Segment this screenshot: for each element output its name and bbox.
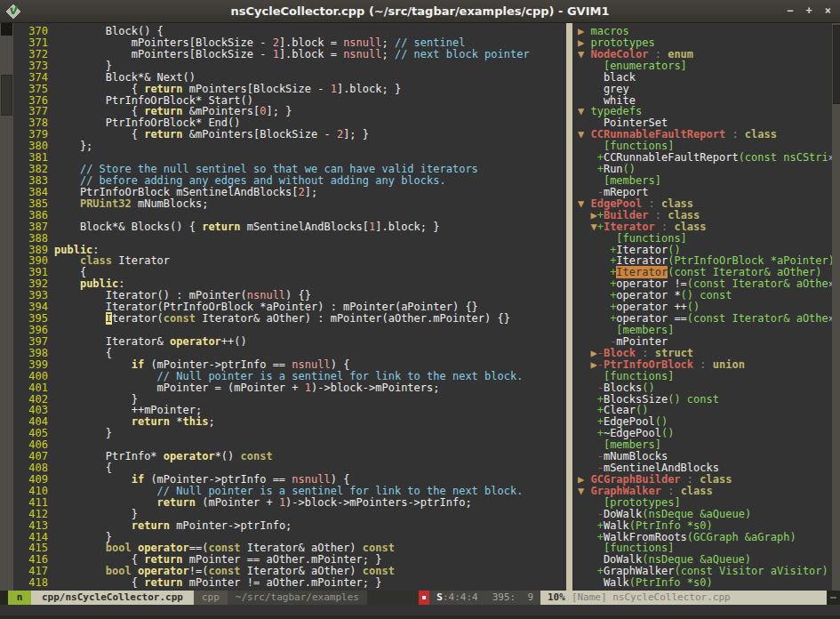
editor-area: 370 Block() {371 mPointers[BlockSize - 2… [0,23,840,591]
line-number: 400 [13,371,54,382]
cursor-position: 395: 9 [492,591,533,603]
code-line[interactable]: 385 PRUint32 mNumBlocks; [13,198,566,210]
line-number: 375 [13,84,54,95]
titlebar[interactable]: nsCycleCollector.cpp (~/src/tagbar/examp… [0,0,840,23]
gvim-window: nsCycleCollector.cpp (~/src/tagbar/examp… [0,0,840,619]
left-scrollbar[interactable] [0,23,13,591]
window-title: nsCycleCollector.cpp (~/src/tagbar/examp… [0,4,840,18]
statusline-filename: cpp/nsCycleCollector.cpp [31,591,194,605]
maximize-button[interactable]: + [806,0,812,22]
command-line[interactable] [0,605,840,615]
line-number: 409 [13,474,54,486]
window-bottom-frame [0,615,840,619]
statusline-spacer [367,591,419,605]
tagbar-panel[interactable]: ▶ macros▶ prototypes▼ NodeColor : enum [… [572,23,832,591]
scroll-percent: 10% [548,591,565,603]
tagbar-status: [Name] nsCycleCollector.cpp [572,591,731,603]
line-number: 398 [13,348,54,359]
modified-flag-icon [419,591,429,605]
code-line[interactable]: 405 } [13,428,566,439]
code-line[interactable]: 379 { return &mPointers[BlockSize - 2]; … [13,129,566,141]
line-number: 373 [13,60,54,72]
right-scrollbar-thumb[interactable] [833,25,840,104]
line-number: 410 [13,486,54,497]
line-number: 374 [13,72,54,84]
line-number: 384 [13,187,54,198]
tagbar-line[interactable]: Walk(PtrInfo *s0) [578,577,832,589]
line-number: 396 [13,325,54,336]
stats-value: :4:4:4 [443,591,478,603]
line-number: 370 [13,26,54,37]
code-lines: 370 Block() {371 mPointers[BlockSize - 2… [13,26,566,589]
line-number: 383 [13,175,54,187]
left-scrollbar-thumb[interactable] [1,75,12,116]
statusline-right-stepper [827,591,840,605]
left-scrollbar-top-cap [1,23,12,36]
line-number: 371 [13,37,54,49]
stats-label: S [436,591,443,603]
line-number: 412 [13,509,54,520]
code-line[interactable]: 380 }; [13,141,566,152]
statusline-directory: ~/src/tagbar/examples [228,591,367,605]
statusline-filetype: cpp [194,591,228,605]
line-number: 388 [13,233,54,245]
line-number: 408 [13,462,54,474]
line-number: 385 [13,198,54,210]
code-line[interactable]: 418 { return mPointer != aOther.mPointer… [13,577,566,589]
window-split-separator[interactable] [566,23,572,591]
statusline-left-stepper [0,591,8,605]
line-number: 372 [13,49,54,60]
code-editor[interactable]: 370 Block() {371 mPointers[BlockSize - 2… [13,23,566,591]
line-number: 411 [13,497,54,509]
tagbar-lines: ▶ macros▶ prototypes▼ NodeColor : enum [… [578,26,832,589]
statusline-stats: S:4:4:4395: 9 [429,591,540,605]
line-number: 386 [13,210,54,221]
mode-indicator: n [8,591,31,605]
right-scrollbar[interactable] [832,23,840,591]
statusline: n cpp/nsCycleCollector.cpp cpp ~/src/tag… [0,591,840,605]
line-number: 397 [13,336,54,348]
statusline-right: 10%[Name] nsCycleCollector.cpp [540,591,827,605]
line-number: 399 [13,359,54,371]
code-line[interactable]: 390 class Iterator [13,255,566,267]
close-button[interactable]: × [825,0,831,22]
line-number: 401 [13,382,54,394]
code-line[interactable]: 395 Iterator(const Iterator& aOther) : m… [13,313,566,325]
line-number: 413 [13,520,54,532]
minimize-button[interactable]: − [787,0,793,22]
code-line[interactable]: 387 Block*& Blocks() { return mSentinelA… [13,221,566,233]
line-number: 387 [13,221,54,233]
line-number: 418 [13,577,54,589]
